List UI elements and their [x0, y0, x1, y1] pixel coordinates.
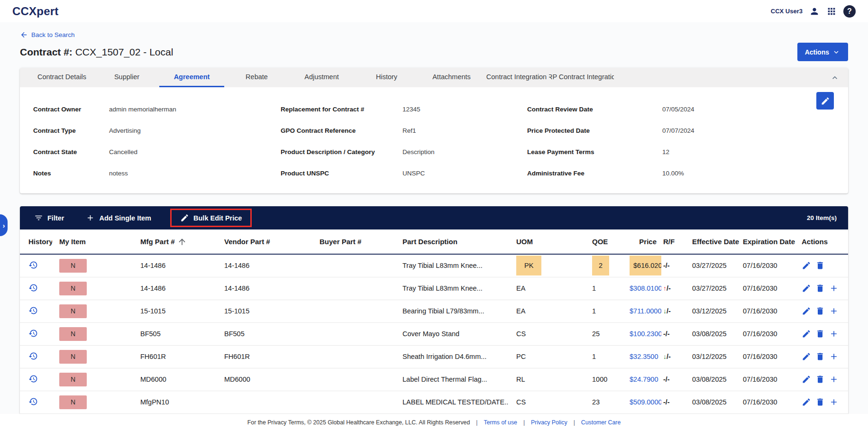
- filter-button[interactable]: Filter: [31, 213, 67, 223]
- field-value: 07/07/2024: [662, 127, 694, 135]
- col-header-my-item[interactable]: My Item: [52, 229, 133, 254]
- add-single-item-button[interactable]: Add Single Item: [83, 213, 154, 223]
- edit-row-icon[interactable]: [802, 397, 811, 407]
- delete-row-icon[interactable]: [815, 397, 825, 407]
- buyer-part-cell: [312, 345, 395, 368]
- price-link[interactable]: $32.3500: [630, 353, 658, 360]
- col-header-part-description[interactable]: Part Description: [395, 229, 509, 254]
- part-description-cell: Cover Mayo Stand: [395, 322, 509, 345]
- history-cell: [20, 368, 52, 391]
- uom-cell: PC: [509, 345, 585, 368]
- price-link[interactable]: $24.7900: [630, 376, 658, 383]
- tab-history[interactable]: History: [354, 68, 419, 87]
- edit-row-icon[interactable]: [802, 284, 811, 293]
- footer-separator: |: [574, 419, 575, 426]
- title-row: Contract #: CCX_1507_02 - Local Actions: [20, 43, 848, 61]
- delete-row-icon[interactable]: [815, 329, 825, 339]
- price-cell: $32.3500: [630, 345, 661, 368]
- tab-rebate[interactable]: Rebate: [224, 68, 289, 87]
- contract-details-card: Contract Details Supplier Agreement Reba…: [20, 68, 848, 193]
- tab-supplier[interactable]: Supplier: [94, 68, 159, 87]
- delete-row-icon[interactable]: [815, 261, 825, 270]
- add-row-icon[interactable]: [829, 306, 839, 316]
- history-icon[interactable]: [28, 397, 38, 406]
- terms-of-use-link[interactable]: Terms of use: [484, 419, 517, 426]
- history-icon[interactable]: [28, 374, 38, 384]
- col-header-qoe[interactable]: QOE: [585, 229, 630, 254]
- history-icon[interactable]: [28, 329, 38, 338]
- rf-cell: -/-: [661, 391, 688, 413]
- uom-cell: CS: [509, 322, 585, 345]
- topbar-right: CCX User3 ?: [771, 5, 856, 18]
- delete-row-icon[interactable]: [815, 375, 825, 384]
- history-icon[interactable]: [28, 306, 38, 315]
- add-row-icon[interactable]: [829, 397, 839, 407]
- back-row: Back to Search: [20, 31, 848, 39]
- collapse-panel-icon[interactable]: [830, 73, 840, 83]
- delete-row-icon[interactable]: [815, 284, 825, 293]
- col-header-mfg-part[interactable]: Mfg Part #: [133, 229, 217, 254]
- contract-number-label: Contract #:: [20, 46, 73, 57]
- tab-agreement[interactable]: Agreement: [159, 68, 224, 87]
- add-row-icon[interactable]: [829, 284, 839, 293]
- edit-row-icon[interactable]: [802, 261, 811, 270]
- col-header-buyer-part[interactable]: Buyer Part #: [312, 229, 395, 254]
- edit-row-icon[interactable]: [802, 306, 811, 316]
- tab-erp-contract-integration[interactable]: RP Contract Integratio: [549, 68, 614, 87]
- help-icon[interactable]: ?: [843, 5, 856, 18]
- rf-value: -/-: [663, 376, 670, 383]
- field-label: Product UNSPC: [281, 169, 402, 177]
- my-item-cell: N: [52, 391, 133, 413]
- actions-button[interactable]: Actions: [797, 43, 848, 61]
- my-item-badge: N: [59, 304, 87, 318]
- col-header-effective-date[interactable]: Effective Date: [688, 229, 739, 254]
- tab-adjustment[interactable]: Adjustment: [289, 68, 354, 87]
- effective-date-cell: 03/27/2025: [688, 277, 739, 300]
- delete-row-icon[interactable]: [815, 352, 825, 361]
- edit-row-icon[interactable]: [802, 375, 811, 384]
- col-header-uom[interactable]: UOM: [509, 229, 585, 254]
- add-row-icon[interactable]: [829, 352, 839, 361]
- history-cell: [20, 300, 52, 322]
- qoe-cell: 1: [585, 277, 630, 300]
- customer-care-link[interactable]: Customer Care: [581, 419, 621, 426]
- apps-grid-icon[interactable]: [826, 6, 837, 17]
- tab-contract-details[interactable]: Contract Details: [29, 68, 94, 87]
- side-drawer-toggle[interactable]: ›: [0, 214, 8, 236]
- privacy-policy-link[interactable]: Privacy Policy: [531, 419, 567, 426]
- add-row-icon[interactable]: [829, 375, 839, 384]
- bulk-edit-price-button[interactable]: Bulk Edit Price: [177, 213, 245, 223]
- buyer-part-cell: [312, 254, 395, 277]
- col-header-actions: Actions: [796, 229, 848, 254]
- col-header-expiration-date[interactable]: Expiration Date: [739, 229, 796, 254]
- table-row: N MfgPN10 LABEL MEDICAL TESTED/DATE... C…: [20, 391, 848, 413]
- add-row-icon[interactable]: [829, 329, 839, 339]
- edit-details-button[interactable]: [816, 92, 834, 110]
- price-link[interactable]: $100.2300: [630, 330, 661, 338]
- price-link[interactable]: $509.0000: [630, 398, 661, 406]
- actions-cell: [796, 368, 848, 391]
- col-header-price[interactable]: Price: [630, 229, 661, 254]
- history-icon[interactable]: [28, 351, 38, 361]
- tab-contract-integration[interactable]: Contract Integration: [484, 68, 549, 87]
- vendor-part-cell: [217, 391, 312, 413]
- col-header-vendor-part[interactable]: Vendor Part #: [217, 229, 312, 254]
- mfg-part-header-label: Mfg Part #: [140, 238, 175, 246]
- history-icon[interactable]: [28, 260, 38, 270]
- back-to-search-link[interactable]: Back to Search: [20, 31, 75, 39]
- my-item-cell: N: [52, 254, 133, 277]
- col-header-history[interactable]: History: [20, 229, 52, 254]
- my-item-badge: N: [59, 259, 87, 273]
- user-icon[interactable]: [809, 6, 820, 17]
- history-icon[interactable]: [28, 283, 38, 293]
- delete-row-icon[interactable]: [815, 306, 825, 316]
- price-link[interactable]: $711.0000: [630, 307, 661, 315]
- qoe-cell: 25: [585, 322, 630, 345]
- chevron-right-icon: ›: [3, 221, 5, 229]
- history-cell: [20, 322, 52, 345]
- tab-attachments[interactable]: Attachments: [419, 68, 484, 87]
- edit-row-icon[interactable]: [802, 329, 811, 339]
- edit-row-icon[interactable]: [802, 352, 811, 361]
- col-header-rf[interactable]: R/F: [661, 229, 688, 254]
- price-link[interactable]: $308.0100: [630, 284, 661, 292]
